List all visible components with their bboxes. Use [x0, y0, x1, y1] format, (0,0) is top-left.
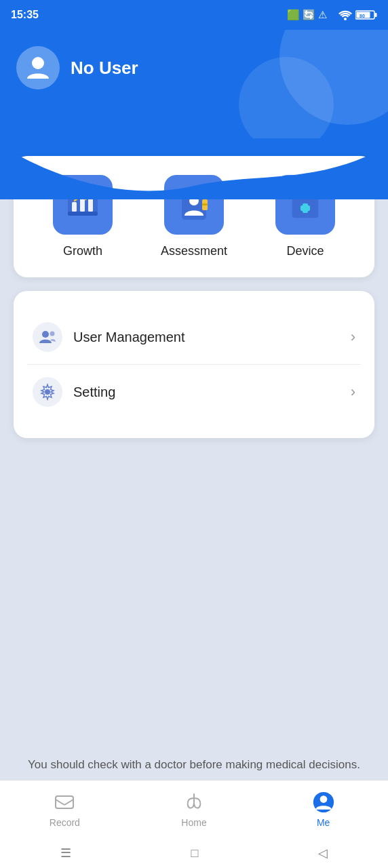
user-management-icon-bg — [33, 322, 62, 352]
device-label: Device — [286, 244, 324, 258]
menu-card: User Management › Setting › — [14, 291, 374, 438]
user-management-icon — [39, 328, 56, 346]
svg-point-5 — [32, 57, 44, 69]
user-management-item[interactable]: User Management › — [27, 310, 361, 364]
avatar-icon — [23, 53, 53, 83]
nav-record[interactable]: Record — [0, 791, 130, 828]
setting-item[interactable]: Setting › — [27, 364, 361, 419]
svg-line-24 — [56, 800, 64, 805]
svg-rect-2 — [375, 13, 377, 17]
avatar — [16, 46, 60, 90]
sys-menu-button[interactable]: ☰ — [60, 846, 71, 861]
svg-rect-8 — [72, 202, 77, 212]
app-icon-1: 🟩 — [287, 9, 300, 21]
user-row: No User — [0, 30, 388, 90]
svg-rect-18 — [300, 205, 310, 211]
svg-rect-23 — [56, 796, 73, 808]
svg-point-27 — [319, 795, 327, 803]
record-icon — [54, 791, 75, 813]
sys-home-button[interactable]: □ — [191, 846, 199, 861]
wave-decoration — [0, 145, 388, 199]
sys-nav-bar: ☰ □ ◁ — [0, 838, 388, 868]
disclaimer: You should check with a doctor before ma… — [0, 756, 388, 774]
battery-icon: 80 — [355, 9, 377, 20]
user-management-chevron: › — [351, 328, 355, 346]
user-management-label: User Management — [73, 330, 351, 345]
status-icons: 🟩 🔄 ⚠ 80 — [287, 9, 377, 21]
growth-label: Growth — [63, 244, 102, 258]
main-content: Growth Assessment — [0, 136, 388, 780]
svg-rect-7 — [68, 212, 98, 216]
setting-icon — [39, 383, 56, 401]
me-icon — [313, 791, 334, 813]
setting-icon-bg — [33, 377, 62, 407]
warning-icon: ⚠ — [318, 9, 327, 21]
svg-point-19 — [42, 331, 49, 338]
wifi-icon — [338, 9, 353, 20]
assessment-label: Assessment — [161, 244, 227, 258]
home-nav-label: Home — [181, 817, 206, 828]
bottom-nav: Record Home Me — [0, 780, 388, 838]
user-name: No User — [71, 58, 138, 79]
svg-rect-15 — [202, 203, 208, 205]
svg-point-20 — [50, 332, 55, 336]
svg-point-0 — [344, 18, 347, 20]
status-bar: 15:35 🟩 🔄 ⚠ 80 — [0, 0, 388, 30]
setting-label: Setting — [73, 384, 351, 400]
svg-text:80: 80 — [360, 14, 365, 18]
app-icon-2: 🔄 — [303, 9, 315, 21]
sys-back-button[interactable]: ◁ — [318, 846, 328, 861]
nav-home[interactable]: Home — [130, 791, 259, 828]
setting-chevron: › — [351, 383, 355, 401]
svg-rect-9 — [80, 198, 85, 212]
record-nav-label: Record — [50, 817, 80, 828]
home-icon — [183, 791, 205, 813]
svg-point-22 — [45, 390, 50, 394]
nav-me[interactable]: Me — [258, 791, 388, 828]
header-area: No User — [0, 30, 388, 179]
svg-line-25 — [64, 800, 73, 805]
me-nav-label: Me — [317, 817, 330, 828]
status-time: 15:35 — [11, 9, 39, 21]
